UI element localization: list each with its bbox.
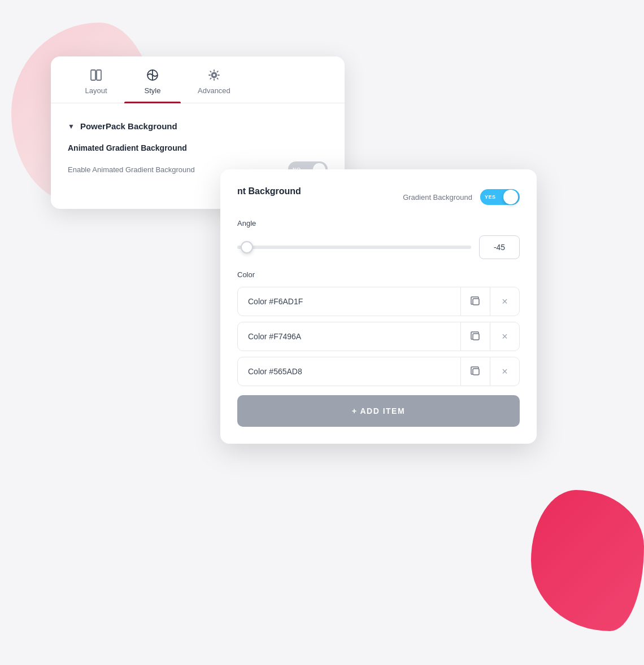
gradient-toggle[interactable]: YES	[480, 189, 520, 205]
panel-front: nt Background Gradient Background YES An…	[220, 169, 537, 444]
toggle-on-knob	[503, 190, 518, 204]
svg-rect-0	[91, 70, 95, 80]
tab-advanced-label: Advanced	[198, 86, 230, 95]
slider-row	[237, 235, 520, 259]
color-1-remove-button[interactable]: ×	[490, 287, 519, 316]
color-item-1: Color #F6AD1F ×	[237, 287, 520, 316]
color-item-2: Color #F7496A ×	[237, 322, 520, 351]
close-icon-3: ×	[502, 366, 508, 378]
angle-slider-track[interactable]	[237, 246, 471, 249]
blob-red-decoration	[531, 490, 644, 631]
toggle-on-label: YES	[485, 194, 496, 200]
style-icon	[146, 69, 159, 83]
svg-rect-1	[97, 70, 101, 80]
slider-thumb[interactable]	[241, 241, 253, 253]
color-2-copy-button[interactable]	[460, 322, 490, 351]
tab-layout-label: Layout	[85, 86, 107, 95]
svg-point-3	[212, 73, 216, 77]
color-3-remove-button[interactable]: ×	[490, 357, 519, 386]
color-2-name: Color #F7496A	[238, 332, 460, 341]
gradient-toggle-label: Gradient Background	[403, 193, 472, 202]
svg-rect-6	[473, 334, 479, 340]
angle-section: Angle	[237, 219, 520, 259]
layout-icon	[90, 69, 102, 83]
color-3-name: Color #565AD8	[238, 367, 460, 376]
section-header: ▼ PowerPack Background	[51, 115, 345, 138]
color-2-remove-button[interactable]: ×	[490, 322, 519, 351]
close-icon-2: ×	[502, 331, 508, 343]
tabs-row: Layout Style Advanced	[51, 56, 345, 103]
svg-rect-5	[473, 299, 479, 305]
tab-style-label: Style	[145, 86, 161, 95]
animated-gradient-title: Animated Gradient Background	[68, 143, 328, 152]
add-item-button[interactable]: + ADD ITEM	[237, 395, 520, 427]
tab-advanced[interactable]: Advanced	[181, 56, 247, 103]
gear-icon	[208, 69, 220, 83]
tab-layout[interactable]: Layout	[68, 56, 124, 103]
svg-rect-7	[473, 369, 479, 375]
color-3-copy-button[interactable]	[460, 357, 490, 386]
section-title: PowerPack Background	[80, 121, 177, 131]
front-section-title: nt Background	[237, 186, 301, 196]
color-section-label: Color	[237, 270, 520, 279]
tab-style[interactable]: Style	[124, 56, 181, 103]
section-arrow: ▼	[68, 123, 75, 130]
gradient-toggle-row: Gradient Background YES	[403, 189, 520, 205]
close-icon-1: ×	[502, 296, 508, 308]
angle-label: Angle	[237, 219, 520, 228]
color-item-3: Color #565AD8 ×	[237, 357, 520, 386]
color-1-copy-button[interactable]	[460, 287, 490, 316]
enable-toggle-label: Enable Animated Gradient Background	[68, 165, 195, 174]
color-1-name: Color #F6AD1F	[238, 297, 460, 306]
gradient-header-row: nt Background Gradient Background YES	[237, 186, 520, 208]
angle-input[interactable]	[479, 235, 520, 259]
